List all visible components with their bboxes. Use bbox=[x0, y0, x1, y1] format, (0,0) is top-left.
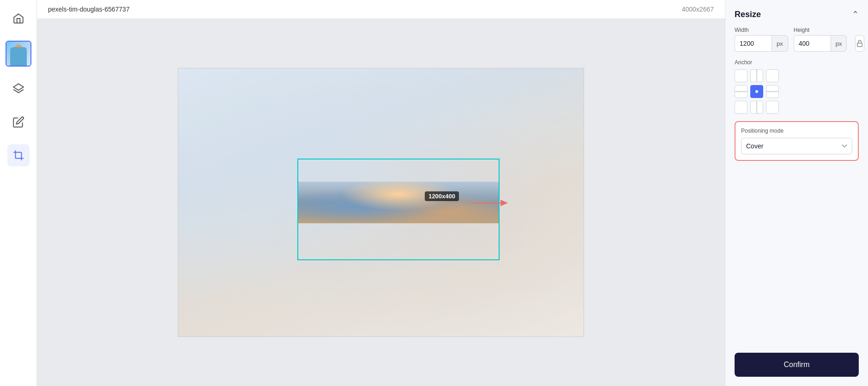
image-container: 1200x400 bbox=[178, 68, 584, 337]
sidebar-edit-icon[interactable] bbox=[7, 111, 30, 133]
sidebar-home-icon[interactable] bbox=[7, 7, 30, 30]
anchor-line-h-right bbox=[766, 91, 778, 92]
height-label: Height bbox=[794, 27, 847, 33]
svg-marker-0 bbox=[13, 84, 24, 90]
svg-rect-4 bbox=[857, 43, 862, 47]
sidebar bbox=[0, 0, 37, 386]
anchor-top-left[interactable] bbox=[735, 69, 747, 82]
anchor-middle-left[interactable] bbox=[735, 85, 747, 98]
file-dimensions: 4000x2667 bbox=[682, 6, 714, 13]
anchor-line-h-left bbox=[735, 91, 747, 92]
svg-rect-1 bbox=[15, 153, 21, 159]
sidebar-crop-icon[interactable] bbox=[7, 144, 30, 166]
anchor-grid bbox=[735, 69, 779, 114]
anchor-middle-right[interactable] bbox=[766, 85, 779, 98]
main-content: pexels-tim-douglas-6567737 4000x2667 120… bbox=[37, 0, 725, 386]
width-input[interactable] bbox=[735, 35, 772, 52]
positioning-section: Positioning mode Cover Contain Fill None bbox=[735, 121, 859, 161]
width-unit: px bbox=[772, 35, 788, 52]
anchor-line-v-top bbox=[756, 70, 757, 82]
anchor-bottom-center[interactable] bbox=[750, 101, 763, 114]
anchor-line-v-bottom bbox=[756, 101, 757, 113]
lock-aspect-button[interactable] bbox=[855, 35, 864, 52]
image-thumbnail[interactable] bbox=[6, 41, 31, 67]
crop-preview bbox=[297, 182, 500, 223]
svg-point-5 bbox=[755, 90, 758, 93]
file-name: pexels-tim-douglas-6567737 bbox=[48, 6, 130, 13]
anchor-top-right[interactable] bbox=[766, 69, 779, 82]
crop-inner-image bbox=[297, 182, 500, 223]
height-group: Height px bbox=[794, 27, 847, 52]
positioning-select[interactable]: Cover Contain Fill None bbox=[741, 138, 852, 154]
right-panel: Resize ⌃ Width px Height px Anchor bbox=[725, 0, 868, 386]
anchor-bottom-right[interactable] bbox=[766, 101, 779, 114]
anchor-top-center[interactable] bbox=[750, 69, 763, 82]
anchor-center[interactable] bbox=[750, 85, 763, 98]
width-group: Width px bbox=[735, 27, 788, 52]
width-label: Width bbox=[735, 27, 788, 33]
width-input-row: px bbox=[735, 35, 788, 52]
top-bar: pexels-tim-douglas-6567737 4000x2667 bbox=[37, 0, 725, 19]
confirm-button[interactable]: Confirm bbox=[735, 353, 859, 377]
panel-header: Resize ⌃ bbox=[735, 9, 859, 19]
positioning-label: Positioning mode bbox=[741, 128, 852, 134]
canvas-area: 1200x400 bbox=[37, 19, 725, 386]
height-unit: px bbox=[831, 35, 847, 52]
sidebar-layers-icon[interactable] bbox=[7, 78, 30, 100]
anchor-section: Anchor bbox=[735, 59, 859, 114]
panel-title: Resize bbox=[735, 10, 761, 19]
height-input[interactable] bbox=[794, 35, 831, 52]
anchor-bottom-left[interactable] bbox=[735, 101, 747, 114]
anchor-center-content bbox=[751, 86, 763, 98]
panel-collapse-button[interactable]: ⌃ bbox=[852, 9, 859, 19]
anchor-label: Anchor bbox=[735, 59, 859, 66]
height-input-row: px bbox=[794, 35, 847, 52]
dimensions-row: Width px Height px bbox=[735, 27, 859, 52]
